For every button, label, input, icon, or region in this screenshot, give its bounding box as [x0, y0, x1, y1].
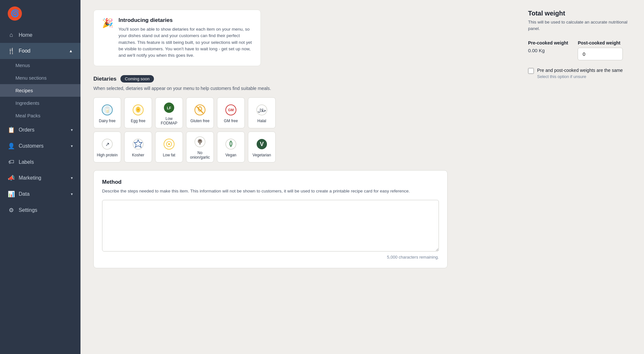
orders-chevron-icon: ▾ [71, 128, 73, 132]
halal-icon-wrap: حلال [256, 104, 268, 116]
total-weight-desc: This will be used to calculate an accura… [528, 19, 631, 32]
sidebar-item-data-label: Data [19, 191, 30, 197]
home-icon: ⌂ [8, 32, 15, 38]
settings-icon: ⚙ [8, 207, 15, 214]
egg-free-label: Egg free [131, 119, 145, 123]
method-textarea[interactable] [102, 200, 439, 251]
kosher-icon-wrap [132, 138, 144, 150]
dietary-no-onion-garlic[interactable]: No onion/garlic [186, 132, 214, 162]
food-chevron-icon: ▲ [69, 49, 73, 53]
fodmap-icon-wrap: LF [163, 102, 175, 114]
intro-banner: 🎉 Introducing dietaries You'll soon be a… [93, 10, 261, 66]
sidebar-item-ingredients[interactable]: Ingredients [0, 97, 80, 109]
sidebar-item-labels[interactable]: 🏷 Labels [0, 154, 80, 170]
same-weight-label[interactable]: Pre and post-cooked weights are the same [537, 68, 623, 73]
dietary-gluten-free[interactable]: Gluten free [186, 97, 214, 128]
svg-text:حلال: حلال [258, 108, 266, 113]
dietary-high-protein[interactable]: ↗ High protein [93, 132, 121, 162]
gm-free-icon-wrap: GM [225, 104, 237, 116]
svg-text:↗: ↗ [105, 142, 109, 147]
dietary-egg-free[interactable]: Egg free [124, 97, 152, 128]
dairy-free-label: Dairy free [99, 119, 116, 123]
meal-packs-label: Meal Packs [15, 113, 41, 118]
banner-icon: 🎉 [102, 18, 113, 59]
sidebar-item-customers[interactable]: 👤 Customers ▾ [0, 138, 80, 154]
dietary-dairy-free[interactable]: 🥛 Dairy free [93, 97, 121, 128]
dietary-gm-free[interactable]: GM GM free [217, 97, 245, 128]
recipes-label: Recipes [15, 88, 33, 93]
post-cooked-input[interactable] [578, 48, 623, 60]
ingredients-label: Ingredients [15, 100, 39, 106]
sidebar-item-marketing-label: Marketing [19, 175, 41, 181]
sidebar-item-orders[interactable]: 📋 Orders ▾ [0, 122, 80, 138]
right-panel: Total weight This will be used to calcul… [522, 0, 644, 354]
svg-text:🥛: 🥛 [104, 106, 111, 113]
gm-free-icon: GM [225, 104, 237, 116]
dietary-low-fat[interactable]: Low fat [155, 132, 183, 162]
main-content: 🎉 Introducing dietaries You'll soon be a… [80, 0, 644, 354]
dairy-free-icon: 🥛 [101, 104, 113, 116]
weight-inputs-row: Pre-cooked weight 0.00 Kg Post-cooked we… [528, 40, 631, 60]
same-weight-checkbox[interactable] [528, 68, 534, 74]
high-protein-icon-wrap: ↗ [101, 138, 113, 150]
sidebar-item-home-label: Home [19, 32, 33, 38]
sidebar-item-meal-packs[interactable]: Meal Packs [0, 109, 80, 122]
sidebar-item-recipes[interactable]: Recipes [0, 84, 80, 97]
low-fodmap-label: Low FODMAP [158, 116, 180, 125]
svg-point-21 [168, 143, 170, 145]
sidebar-item-marketing[interactable]: 📣 Marketing ▾ [0, 170, 80, 186]
method-title: Method [102, 179, 439, 185]
svg-point-5 [137, 109, 139, 111]
vegetarian-label: Vegetarian [252, 153, 271, 157]
sidebar-item-food[interactable]: 🍴 Food ▲ [0, 43, 80, 59]
no-onion-garlic-icon-wrap [194, 136, 206, 148]
vegetarian-icon: V [256, 138, 268, 150]
banner-body: You'll soon be able to show dietaries fo… [118, 26, 252, 59]
method-description: Describe the steps needed to make this i… [102, 188, 439, 194]
customers-icon: 👤 [8, 143, 15, 150]
sidebar-item-menu-sections[interactable]: Menu sections [0, 72, 80, 84]
low-fat-icon [163, 138, 175, 150]
gluten-free-icon [194, 104, 206, 116]
marketing-icon: 📣 [8, 174, 15, 182]
dietary-halal[interactable]: حلال Halal [248, 97, 276, 128]
kosher-icon [132, 138, 144, 150]
sidebar-item-settings-label: Settings [19, 207, 37, 213]
dietary-low-fodmap[interactable]: LF Low FODMAP [155, 97, 183, 128]
pre-cooked-value: 0.00 Kg [528, 48, 568, 53]
coming-soon-badge: Coming soon [120, 75, 154, 83]
dietary-vegetarian[interactable]: V Vegetarian [248, 132, 276, 162]
dietary-vegan[interactable]: Vegan [217, 132, 245, 162]
vegan-icon-wrap [225, 138, 237, 150]
method-section: Method Describe the steps needed to make… [93, 170, 448, 268]
content-area: 🎉 Introducing dietaries You'll soon be a… [80, 0, 522, 354]
no-onion-garlic-label: No onion/garlic [189, 151, 211, 160]
same-weight-row: Pre and post-cooked weights are the same… [528, 67, 631, 79]
gluten-free-label: Gluten free [190, 119, 209, 123]
post-cooked-label: Post-cooked weight [578, 40, 623, 46]
sidebar-item-menus[interactable]: Menus [0, 59, 80, 72]
labels-icon: 🏷 [8, 159, 15, 165]
fodmap-icon: LF [163, 102, 175, 113]
customers-chevron-icon: ▾ [71, 144, 73, 148]
kosher-label: Kosher [132, 153, 144, 157]
menu-sections-label: Menu sections [15, 75, 47, 81]
sidebar: 🌀 ⌂ Home 🍴 Food ▲ Menus Menu sections Re… [0, 0, 80, 354]
no-onion-garlic-icon [194, 136, 206, 148]
egg-free-icon-wrap [132, 104, 144, 116]
banner-text-area: Introducing dietaries You'll soon be abl… [118, 17, 252, 59]
dietary-kosher[interactable]: Kosher [124, 132, 152, 162]
sidebar-item-settings[interactable]: ⚙ Settings [0, 202, 80, 218]
sidebar-item-orders-label: Orders [19, 127, 34, 133]
sidebar-item-home[interactable]: ⌂ Home [0, 27, 80, 43]
egg-free-icon [132, 104, 144, 116]
dietaries-description: When selected, dietaries will appear on … [93, 86, 274, 91]
dairy-free-icon-wrap: 🥛 [101, 104, 113, 116]
low-fat-icon-wrap [163, 138, 175, 150]
sidebar-item-data[interactable]: 📊 Data ▾ [0, 186, 80, 202]
vegan-label: Vegan [225, 153, 236, 157]
svg-text:LF: LF [167, 106, 171, 110]
gluten-free-icon-wrap [194, 104, 206, 116]
dietaries-header: Dietaries Coming soon [93, 75, 509, 83]
dietaries-title: Dietaries [93, 76, 117, 82]
